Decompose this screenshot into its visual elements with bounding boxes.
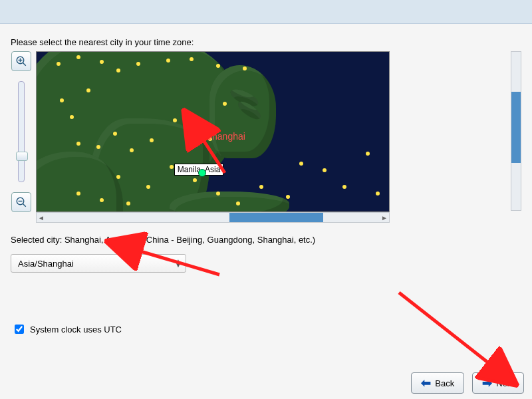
zoom-slider[interactable] — [18, 81, 25, 182]
city-dot[interactable] — [376, 192, 380, 196]
select-arrows-icon: ▲▼ — [175, 259, 182, 267]
city-dot[interactable] — [342, 185, 346, 189]
hscroll-right-icon[interactable]: ► — [380, 213, 389, 221]
wizard-button-bar: ⬅ Back ➡ Next — [411, 372, 524, 394]
zoom-out-icon — [15, 196, 27, 208]
city-dot[interactable] — [130, 148, 134, 152]
city-dot[interactable] — [57, 62, 61, 66]
city-dot[interactable] — [146, 185, 150, 189]
zoom-in-icon — [15, 55, 27, 67]
system-clock-utc-checkbox[interactable] — [15, 325, 24, 334]
city-dot[interactable] — [170, 165, 174, 169]
city-dot[interactable] — [70, 115, 74, 119]
city-dot[interactable] — [150, 138, 154, 142]
hscroll-row: ◄ ► — [36, 212, 521, 223]
city-dot[interactable] — [113, 132, 117, 136]
city-dot[interactable] — [216, 192, 220, 196]
city-dot[interactable] — [86, 88, 90, 92]
timezone-select-value: Asia/Shanghai — [18, 259, 74, 269]
city-dot[interactable] — [366, 152, 370, 156]
city-dot[interactable] — [76, 55, 80, 59]
city-dot[interactable] — [173, 118, 177, 122]
arrow-right-icon: ➡ — [482, 376, 492, 390]
city-dot[interactable] — [243, 66, 247, 70]
next-button-label: Next — [496, 378, 514, 388]
city-dot[interactable] — [193, 178, 197, 182]
zoom-out-button[interactable] — [11, 192, 31, 212]
timezone-select[interactable]: Asia/Shanghai ▲▼ — [11, 254, 186, 273]
timezone-selector-window: Please select the nearest city in your t… — [0, 0, 532, 399]
city-dot[interactable] — [299, 162, 303, 166]
back-button-label: Back — [435, 378, 454, 388]
city-dot[interactable] — [190, 57, 194, 61]
back-button[interactable]: ⬅ Back — [411, 372, 464, 394]
city-dot[interactable] — [223, 102, 227, 106]
svg-line-1 — [23, 63, 26, 66]
zoom-controls — [11, 51, 32, 212]
city-dot[interactable] — [286, 195, 290, 199]
window-titlebar — [0, 0, 532, 24]
city-dot[interactable] — [166, 59, 170, 63]
hscroll-thumb[interactable] — [229, 213, 323, 222]
highlighted-city-label: Shanghai — [206, 131, 245, 142]
hover-city-pin — [198, 169, 206, 177]
map-horizontal-scrollbar[interactable]: ◄ ► — [36, 212, 390, 223]
next-button[interactable]: ➡ Next — [472, 372, 524, 394]
city-dot[interactable] — [259, 185, 263, 189]
city-dot[interactable] — [136, 62, 140, 66]
instruction-text: Please select the nearest city in your t… — [11, 37, 521, 47]
city-dot[interactable] — [96, 145, 100, 149]
selected-city-text: Selected city: Shanghai, Asia (east Chin… — [11, 235, 521, 245]
content-area: Please select the nearest city in your t… — [0, 24, 532, 367]
city-dot[interactable] — [216, 64, 220, 68]
city-dot[interactable] — [323, 168, 327, 172]
city-dot[interactable] — [116, 175, 120, 179]
zoom-slider-handle[interactable] — [16, 152, 28, 161]
city-dot[interactable] — [100, 60, 104, 64]
map-vertical-scrollbar[interactable] — [511, 51, 521, 211]
city-dot[interactable] — [76, 192, 80, 196]
arrow-left-icon: ⬅ — [421, 376, 431, 390]
map-row: Shanghai Manila, Asia — [11, 51, 521, 212]
world-map[interactable]: Shanghai Manila, Asia — [36, 51, 390, 212]
map-container: Shanghai Manila, Asia — [36, 51, 507, 212]
hscroll-left-icon[interactable]: ◄ — [37, 213, 46, 221]
vscroll-thumb[interactable] — [511, 92, 521, 163]
city-dot[interactable] — [126, 201, 130, 205]
system-clock-utc-row[interactable]: System clock uses UTC — [12, 323, 122, 336]
zoom-in-button[interactable] — [11, 51, 31, 71]
city-dot[interactable] — [100, 198, 104, 202]
system-clock-utc-label: System clock uses UTC — [30, 325, 122, 334]
city-dot[interactable] — [76, 142, 80, 146]
city-dot[interactable] — [190, 128, 194, 132]
land-mass — [170, 192, 289, 212]
city-dot[interactable] — [116, 68, 120, 72]
city-dot[interactable] — [60, 98, 64, 102]
city-dot[interactable] — [236, 201, 240, 205]
svg-line-5 — [23, 203, 26, 207]
